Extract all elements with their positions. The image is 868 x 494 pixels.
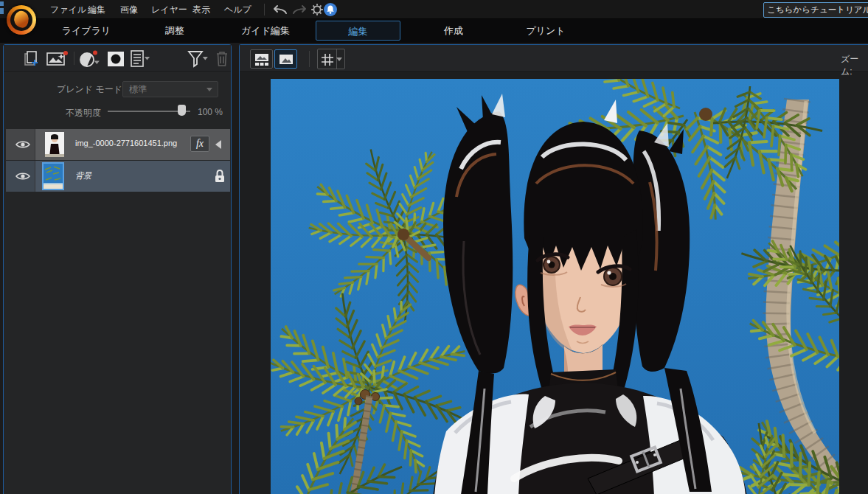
- menu-view[interactable]: 表示: [188, 0, 215, 19]
- layer-menu-icon[interactable]: [131, 50, 153, 68]
- tab-library[interactable]: ライブラリー: [59, 19, 114, 43]
- grid-overlay-button[interactable]: [317, 49, 345, 69]
- layer-name: img_-0000-2771601451.png: [75, 139, 177, 147]
- menu-edit[interactable]: 編集: [83, 0, 110, 19]
- eye-icon[interactable]: [15, 171, 30, 181]
- opacity-slider-handle[interactable]: [178, 105, 186, 116]
- redo-icon[interactable]: [291, 4, 307, 15]
- viewer-view-button[interactable]: [274, 49, 297, 69]
- browser-view-icon: [254, 53, 269, 66]
- menu-help[interactable]: ヘルプ: [220, 0, 256, 19]
- layer-row-image[interactable]: img_-0000-2771601451.png fx: [6, 129, 230, 160]
- tab-edit[interactable]: 編集: [316, 21, 400, 41]
- canvas-image[interactable]: [271, 79, 839, 494]
- add-image-layer-icon[interactable]: [46, 51, 69, 66]
- tab-print[interactable]: プリント: [518, 19, 573, 43]
- gear-icon[interactable]: [310, 3, 324, 16]
- menu-layer[interactable]: レイヤー: [147, 0, 192, 19]
- browser-view-button[interactable]: [250, 49, 273, 69]
- opacity-label: 不透明度: [66, 107, 101, 119]
- layer-row-background[interactable]: 背景: [6, 161, 230, 192]
- menu-separator: [264, 4, 265, 15]
- delete-layer-icon[interactable]: [215, 50, 229, 67]
- undo-icon[interactable]: [273, 4, 289, 15]
- menu-bar: ファイル 編集 画像 レイヤー 表示 ヘルプ こちらからチュートリアル ビデオを: [0, 0, 868, 19]
- viewer-view-icon: [279, 54, 294, 65]
- tab-create[interactable]: 作成: [434, 19, 473, 43]
- layer-name: 背景: [75, 170, 91, 181]
- layers-panel: ブレンド モード: 標準 不透明度 100 % img_-0000-277160…: [3, 44, 232, 494]
- zoom-label: ズーム:: [841, 53, 868, 78]
- window-edge-icon: [0, 8, 4, 14]
- app-logo: [7, 5, 36, 35]
- filter-layers-icon[interactable]: [187, 50, 211, 68]
- layer-thumbnail[interactable]: [44, 164, 63, 189]
- grid-overlay-icon: [322, 54, 333, 66]
- notification-bell-icon[interactable]: [324, 3, 337, 16]
- module-tab-bar: ライブラリー 調整 ガイド編集 編集 作成 プリント: [0, 19, 868, 43]
- adjustment-layer-icon[interactable]: [79, 50, 101, 68]
- eye-icon[interactable]: [15, 139, 30, 150]
- tab-guided[interactable]: ガイド編集: [235, 19, 296, 43]
- canvas-toolbar: ズーム: 100 %: [240, 45, 868, 72]
- mask-layer-icon[interactable]: [107, 51, 125, 67]
- blend-mode-dropdown[interactable]: 標準: [122, 81, 218, 97]
- layer-thumbnail[interactable]: [45, 132, 64, 157]
- photo-illustration: [271, 79, 839, 494]
- layers-toolbar: [4, 45, 231, 72]
- lock-icon[interactable]: [214, 169, 226, 184]
- tutorial-video-button[interactable]: こちらからチュートリアル ビデオを: [763, 2, 868, 18]
- collapse-arrow-icon[interactable]: [215, 140, 221, 149]
- new-layer-icon[interactable]: [24, 51, 41, 66]
- menu-image[interactable]: 画像: [116, 0, 142, 19]
- tab-adjustment[interactable]: 調整: [155, 19, 195, 43]
- fx-badge[interactable]: fx: [190, 136, 209, 152]
- window-edge-icon: [0, 1, 4, 6]
- opacity-value: 100 %: [198, 107, 223, 117]
- canvas-panel: ズーム: 100 %: [239, 44, 868, 494]
- blend-mode-label: ブレンド モード:: [57, 83, 125, 96]
- blend-mode-value: 標準: [123, 84, 147, 94]
